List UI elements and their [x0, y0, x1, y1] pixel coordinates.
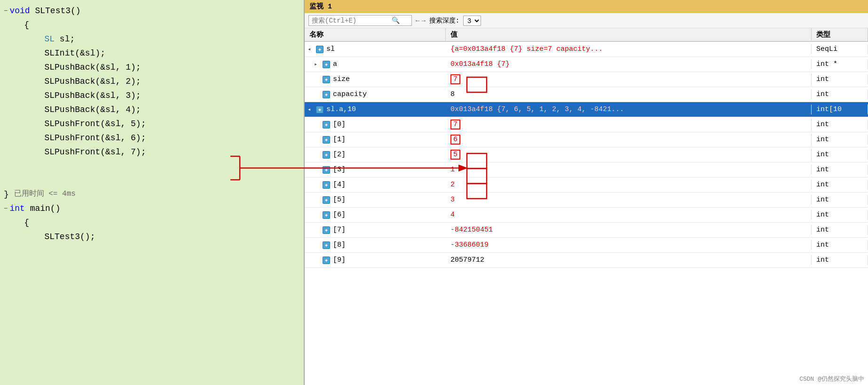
func-sltest3: SLTest3()	[35, 4, 80, 18]
code-line-pushfront7: SLPushFront(&sl, 7);	[0, 145, 304, 159]
watch-row-idx0[interactable]: ▸ ◈ [0] 7 int	[305, 117, 868, 132]
code-indent	[4, 89, 44, 103]
collapse-marker-main[interactable]: −	[4, 203, 8, 214]
name-cell-idx0: ▸ ◈ [0]	[305, 120, 446, 129]
watch-row-idx6[interactable]: ▸ ◈ [6] 4 int	[305, 208, 868, 223]
val-idx0: 7	[450, 120, 460, 129]
back-arrow[interactable]: ←	[416, 17, 419, 24]
value-cell-idx4: 2	[446, 180, 812, 190]
depth-label: 搜索深度:	[429, 16, 459, 25]
name-cell-idx5: ▸ ◈ [5]	[305, 195, 446, 205]
type-cell-idx1: int	[812, 135, 868, 144]
name-cell-idx4: ▸ ◈ [4]	[305, 180, 446, 190]
value-cell-idx0: 7	[446, 119, 812, 130]
watch-row-size[interactable]: ▸ ◈ size 7 int	[305, 72, 868, 87]
var-name-idx6: [6]	[333, 211, 346, 219]
type-a: int *	[816, 60, 837, 68]
search-box[interactable]: 🔍	[308, 15, 412, 26]
name-cell-capacity: ▸ ◈ capacity	[305, 89, 446, 99]
name-cell-size: ▸ ◈ size	[305, 74, 446, 84]
var-icon-idx4: ◈	[323, 181, 330, 189]
var-name-idx3: [3]	[333, 166, 346, 174]
watch-row-idx2[interactable]: ▸ ◈ [2] 5 int	[305, 147, 868, 162]
val-idx1: 6	[450, 135, 460, 144]
watch-row-capacity[interactable]: ▸ ◈ capacity 8 int	[305, 87, 868, 102]
val-idx7: -842150451	[450, 226, 493, 234]
value-cell-size: 7	[446, 73, 812, 85]
value-cell-idx2: 5	[446, 149, 812, 160]
type-cell-idx3: int	[812, 165, 868, 175]
watch-row-idx4[interactable]: ▸ ◈ [4] 2 int	[305, 177, 868, 192]
header-value: 值	[446, 28, 812, 41]
value-cell-capacity: 8	[446, 89, 812, 99]
code-line-sl-decl: SL sl;	[0, 32, 304, 46]
time-comment: 已用时间 <= 4ms	[14, 188, 76, 201]
type-cell-idx8: int	[812, 240, 868, 250]
name-cell-idx9: ▸ ◈ [9]	[305, 255, 446, 265]
code-indent	[4, 103, 44, 117]
type-idx9: int	[816, 256, 829, 264]
var-icon-idx6: ◈	[323, 211, 330, 219]
code-content: − void SLTest3() { SL sl; SLInit(&sl); S…	[0, 0, 304, 385]
var-name-idx1: [1]	[333, 136, 346, 144]
name-cell-idx2: ▸ ◈ [2]	[305, 150, 446, 160]
type-idx2: int	[816, 151, 829, 159]
watch-title-bar: 监视 1	[305, 0, 868, 13]
watch-toolbar: 🔍 ← → 搜索深度: 3 1 2 4 5	[305, 13, 868, 28]
watch-row-a[interactable]: ▸ ◈ a 0x013a4f18 {7} int *	[305, 57, 868, 72]
expand-arrow-sl-a10[interactable]: ◂	[308, 106, 314, 113]
value-cell-idx8: -33686019	[446, 240, 812, 250]
type-sl: SeqLi	[816, 45, 837, 53]
value-cell-sl: {a=0x013a4f18 {7} size=7 capacity...	[446, 44, 812, 54]
watch-row-idx5[interactable]: ▸ ◈ [5] 3 int	[305, 192, 868, 208]
code-indent	[4, 131, 44, 145]
var-icon-capacity: ◈	[323, 91, 330, 98]
keyword-int: int	[9, 202, 24, 216]
fn-slinit: SLInit(&sl);	[44, 47, 105, 60]
watch-row-sl-a10[interactable]: ◂ ◈ sl.a,10 0x013a4f18 {7, 6, 5, 1, 2, 3…	[305, 102, 868, 117]
watch-row-idx8[interactable]: ▸ ◈ [8] -33686019 int	[305, 238, 868, 253]
watch-row-sl[interactable]: ◂ ◈ sl {a=0x013a4f18 {7} size=7 capacity…	[305, 42, 868, 57]
code-line-pushfront5: SLPushFront(&sl, 5);	[0, 117, 304, 131]
fn-pushback3: SLPushBack(&sl, 3);	[44, 89, 141, 103]
type-cell-idx4: int	[812, 180, 868, 190]
depth-select[interactable]: 3 1 2 4 5	[463, 16, 481, 26]
var-name-idx4: [4]	[333, 181, 346, 189]
expand-arrow-a[interactable]: ▸	[314, 61, 321, 68]
var-icon-idx8: ◈	[323, 241, 330, 249]
watch-panel: 监视 1 🔍 ← → 搜索深度: 3 1 2 4 5 名称 值 类型	[305, 0, 868, 385]
forward-arrow[interactable]: →	[421, 17, 425, 24]
var-icon-idx7: ◈	[323, 226, 330, 234]
name-cell-idx6: ▸ ◈ [6]	[305, 210, 446, 220]
code-indent	[4, 117, 44, 131]
header-type: 类型	[812, 28, 868, 41]
type-idx7: int	[816, 226, 829, 234]
code-line-brace-close: } 已用时间 <= 4ms	[0, 187, 304, 201]
code-line-1: − void SLTest3()	[0, 4, 304, 18]
type-idx1: int	[816, 136, 829, 144]
var-name-a: a	[333, 60, 337, 68]
var-name-idx0: [0]	[333, 120, 346, 128]
code-line-push3: SLPushBack(&sl, 3);	[0, 88, 304, 103]
type-cell-sl-a10: int[10	[812, 104, 868, 114]
var-icon-idx2: ◈	[323, 151, 330, 159]
watch-row-idx1[interactable]: ▸ ◈ [1] 6 int	[305, 132, 868, 147]
value-cell-idx9: 20579712	[446, 255, 812, 265]
var-name-sl-a10: sl.a,10	[326, 105, 356, 113]
watch-row-idx3[interactable]: ▸ ◈ [3] 1 int	[305, 162, 868, 177]
type-sl-a10: int[10	[816, 105, 842, 113]
collapse-marker-1[interactable]: −	[4, 6, 8, 16]
expand-arrow-sl[interactable]: ◂	[308, 46, 314, 53]
watch-row-idx9[interactable]: ▸ ◈ [9] 20579712 int	[305, 253, 868, 268]
type-idx6: int	[816, 211, 829, 219]
type-sl: SL	[44, 32, 55, 46]
type-idx5: int	[816, 196, 829, 204]
val-size: 7	[450, 74, 460, 84]
var-icon-size: ◈	[323, 76, 330, 83]
name-cell-sl-a10: ◂ ◈ sl.a,10	[305, 104, 446, 114]
type-cell-idx7: int	[812, 225, 868, 235]
var-icon-idx9: ◈	[323, 257, 330, 264]
name-cell-idx1: ▸ ◈ [1]	[305, 135, 446, 144]
watch-row-idx7[interactable]: ▸ ◈ [7] -842150451 int	[305, 223, 868, 238]
search-input[interactable]	[312, 17, 392, 24]
